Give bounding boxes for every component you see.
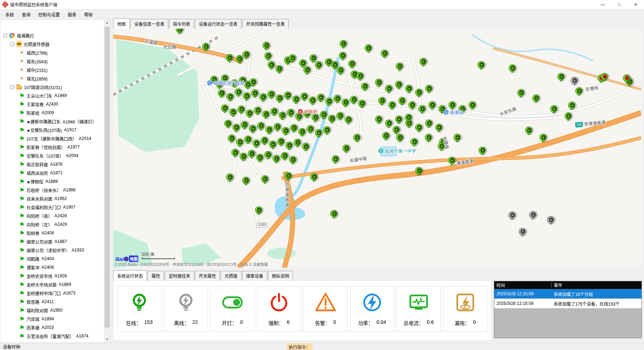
tree-item-label: 五里派出所（富源汽配） <box>27 333 74 339</box>
tree-item[interactable]: ⚑交警队东（107南）A2004 <box>0 151 104 160</box>
bottom-tab-6[interactable]: 图标说明 <box>268 271 293 281</box>
device-icon: ⚑ <box>19 178 24 185</box>
tree-item[interactable]: ☀城东(3543) <box>0 57 104 65</box>
tree-item-code: A2015 <box>42 325 54 330</box>
main-tab-4[interactable]: 开关回路属性一览表 <box>242 19 289 29</box>
tree-item[interactable]: ⚑彭家巷（党校后面）A1977 <box>0 143 104 151</box>
tree-item[interactable]: ☀城北(2859) <box>0 74 104 83</box>
tree-item[interactable]: ⚑汽贸城A1894 <box>0 315 104 323</box>
tree-item[interactable]: ☀城西(2799) <box>0 48 104 57</box>
tree-item[interactable]: ⚑金桥大市场对面A1869 <box>0 280 104 289</box>
tree-item[interactable]: ⚑金桥农贸市场A1926 <box>0 272 104 280</box>
bottom-tab-5[interactable]: 搜索设备 <box>242 271 267 281</box>
maximize-button[interactable]: □ <box>611 0 628 9</box>
tree-item[interactable]: ⚑金桥建材市场门口A1873 <box>0 289 104 297</box>
tree-item-label: 金桥建材市场门口 <box>27 290 61 296</box>
tree-item[interactable]: -107国道沿线(31/31) <box>0 83 104 91</box>
tree-item-label: ★博物馆 <box>27 179 43 185</box>
map-scale-label: 500 米 <box>142 252 154 257</box>
tree-item[interactable]: ⚑福利院对面A1950 <box>0 306 104 315</box>
tree-item-code: A1874 <box>76 334 88 339</box>
stat-card-power: 功率：0.04 <box>350 286 394 332</box>
tree-expander-icon[interactable]: - <box>10 85 14 89</box>
device-icon: ⚑ <box>19 213 24 219</box>
stat-card-leakage: 漏电：0 <box>443 286 487 332</box>
tree-item[interactable]: -G临湘路灯 <box>0 31 104 40</box>
tree-item-label: 金桥农贸市场 <box>27 273 52 279</box>
tree-item[interactable]: ⚑陈家组A2009 <box>0 108 104 117</box>
baidu-logo: Bai 地图 <box>115 256 138 262</box>
tree-item[interactable]: ⚑石咀桥（自来水）A1999 <box>0 186 104 194</box>
tree-item-label: 107国道沿线(31/31) <box>24 84 62 90</box>
stat-value: 6 <box>287 319 290 326</box>
main-tab-0[interactable]: 地图 <box>113 18 130 29</box>
tree-item[interactable]: ⚑向阳桥（南）A2428 <box>0 212 104 220</box>
tree-item-label: 光照度传感器 <box>24 41 49 47</box>
bottom-tab-1[interactable]: 属性 <box>148 271 164 281</box>
tree-item[interactable]: ⚑城西派出所A1871 <box>0 169 104 177</box>
event-row[interactable]: 2025/3/28 12:15:08系统加载了16个分组 <box>494 289 641 299</box>
scrollbar-thumb[interactable] <box>105 27 110 327</box>
tree-item[interactable]: ⚑芭茅塘A2015 <box>0 323 104 332</box>
tree-item[interactable]: -光照度传感器 <box>0 40 104 48</box>
tree-item-code: A1946（辅道灯） <box>63 118 97 125</box>
sidebar-scrollbar[interactable]: ▲ ▼ <box>104 20 110 342</box>
bottom-tab-2[interactable]: 定时器任务 <box>165 271 194 281</box>
menu-item-3[interactable]: 报表 <box>64 10 80 19</box>
device-icon: ⚑ <box>19 152 24 159</box>
stat-label: 强制： <box>269 319 284 326</box>
tree-item[interactable]: ⚑谭家冲A2406 <box>0 263 104 272</box>
bottom-tab-4[interactable]: 光照度 <box>221 271 241 281</box>
tree-item-label: ★建新中路路口东 <box>27 118 61 125</box>
menu-item-4[interactable]: 帮助 <box>80 10 97 19</box>
tree-item[interactable]: ⚑五里派出所（富源汽配）A1874 <box>0 332 104 340</box>
tree-item[interactable]: ⚑烟草公司对面A1867 <box>0 237 104 246</box>
minimize-button[interactable]: — <box>595 0 611 9</box>
main-tab-1[interactable]: 设备信息一览表 <box>130 19 168 29</box>
scroll-down-icon[interactable]: ▼ <box>104 336 110 342</box>
event-row[interactable]: 2025/3/28 12:15:08系统加载了175个设备，在线153个 <box>494 299 641 308</box>
tree-item[interactable]: ⚑中石化加油站对面A1897 <box>0 340 104 342</box>
tree-item[interactable]: ⚑★博物馆A1888 <box>0 177 104 186</box>
menu-item-2[interactable]: 控制与设置 <box>34 10 64 19</box>
main-tab-2[interactable]: 指令列表 <box>169 19 194 29</box>
map-scale-bar <box>142 257 175 259</box>
bottom-tab-0[interactable]: 系统运行状态 <box>113 270 147 281</box>
device-clock-label: 设备时钟: <box>3 344 21 350</box>
scroll-up-icon[interactable]: ▲ <box>104 20 110 26</box>
main-tab-bar: 地图设备信息一览表指令列表设备运行状态一览表开关回路属性一览表 <box>111 19 644 29</box>
tree-item[interactable]: ⚑自来水斜对面A1952 <box>0 194 104 203</box>
tree-item-code: A2014 <box>79 136 91 141</box>
device-icon: ⚑ <box>19 170 24 176</box>
tree-item[interactable]: ⚑烟草公司（求知中学）A1933 <box>0 246 104 254</box>
tree-item[interactable]: ⚑★交警队西(107南)A1917 <box>0 126 104 134</box>
folder-icon <box>16 86 22 89</box>
map-canvas[interactable]: 长盛路长白路车临湘长途汽车站★市政府站临湘站长安东路京港线G4京港澳高速文临湘市… <box>113 29 641 268</box>
menu-item-0[interactable]: 系统 <box>1 10 18 19</box>
main-tab-3[interactable]: 设备运行状态一览表 <box>195 19 241 29</box>
device-icon: ⚑ <box>19 144 24 150</box>
leakage-icon <box>454 291 476 313</box>
tree-item[interactable]: ⚑★建新中路路口东A1946（辅道灯） <box>0 117 104 126</box>
tree-item[interactable]: ⚑观音路A2411 <box>0 297 104 306</box>
close-button[interactable]: ✕ <box>628 0 644 9</box>
tree-item[interactable]: ⚑南正街转盘A1876 <box>0 160 104 169</box>
event-column-time: 时间 <box>494 282 552 288</box>
tree-item[interactable]: ⚑鸿鹤路A2404 <box>0 254 104 263</box>
tree-item[interactable]: ⚑社会福利院大门口A1907 <box>0 203 104 212</box>
tree-item[interactable]: ⚑向阳桥（北）A2429 <box>0 220 104 229</box>
device-icon: ⚑ <box>19 238 24 245</box>
tree-item[interactable]: ⚑五尖山大门东A1949 <box>0 91 104 100</box>
tree-expander-icon[interactable]: - <box>10 42 14 46</box>
bottom-tab-3[interactable]: 开关属性 <box>195 271 220 281</box>
event-column-event: 事件 <box>552 282 641 288</box>
tree-item-label: 烟草公司（求知中学） <box>27 247 69 253</box>
tree-expander-icon[interactable]: - <box>3 34 7 38</box>
event-time: 2025/3/28 12:15:08 <box>494 301 552 306</box>
tree-item[interactable]: ⚑王家珑巷A2430 <box>0 100 104 108</box>
sidebar: -G临湘路灯-光照度传感器☀城西(2799)☀城东(3543)☀城中(2151)… <box>0 19 110 343</box>
tree-item[interactable]: ⚑107北（建新中路路口西）A2014 <box>0 134 104 143</box>
tree-item[interactable]: ⚑梨树巷A2408 <box>0 229 104 237</box>
menu-item-1[interactable]: 查询 <box>18 10 34 19</box>
tree-item[interactable]: ☀城中(2151) <box>0 65 104 74</box>
